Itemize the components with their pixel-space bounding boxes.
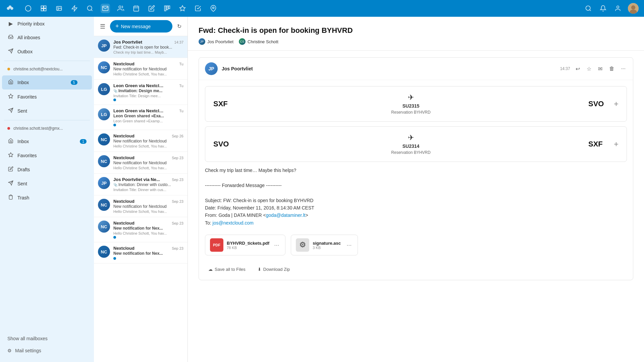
reply-button[interactable]: ↩ — [574, 64, 581, 73]
nav-photos-icon[interactable] — [54, 4, 64, 13]
email-avatar: LG — [98, 108, 110, 120]
flight1-add-button[interactable]: + — [614, 99, 619, 109]
nav-notes-icon[interactable] — [147, 4, 156, 13]
svg-point-10 — [88, 6, 92, 10]
sidebar-item-all-inboxes[interactable]: All inboxes — [2, 31, 92, 44]
refresh-button[interactable]: ↻ — [175, 21, 183, 32]
sidebar-account2-favorites[interactable]: Favorites — [2, 149, 92, 162]
email-indicators — [113, 99, 183, 101]
email-list-item[interactable]: NC Nextcloud Sep 23 New notification for… — [94, 195, 187, 217]
attachment-pdf-more-button[interactable]: ··· — [273, 240, 280, 250]
email-header-row: Jos Poortvliet 14:37 — [113, 40, 183, 45]
delete-message-button[interactable]: 🗑 — [608, 64, 616, 73]
email-list-item[interactable]: LG Leon Green via Nextcloud Tu 📎Invitati… — [94, 80, 187, 105]
email-list-item[interactable]: JP Jos Poortvliet via Ne... Sep 23 📎Invi… — [94, 174, 187, 195]
main-content: ▶ Priority inbox All inboxes Outbox chri… — [0, 17, 644, 362]
sidebar-item-sent[interactable]: Sent — [2, 104, 92, 118]
sidebar-favorites-label: Favorites — [17, 94, 87, 100]
save-all-label: Save all to Files — [215, 267, 246, 272]
nav-mail-icon[interactable] — [101, 4, 110, 13]
email-time: 14:37 — [174, 40, 183, 44]
email-indicators — [113, 257, 183, 260]
flight2-add-button[interactable]: + — [614, 139, 619, 149]
mail-settings-button[interactable]: ⚙ Mail settings — [2, 345, 92, 357]
email-time: Tu — [179, 109, 183, 113]
svg-marker-28 — [8, 94, 13, 98]
email-content: Leon Green via Nextcloud Tu 📎Invitation:… — [113, 83, 183, 101]
flight1-middle: ✈ SU2315 Reservation BYHVRD — [233, 93, 588, 115]
to-email-link[interactable]: jos@nextcloud.com — [213, 220, 254, 226]
nav-maps-icon[interactable] — [209, 4, 218, 13]
sidebar-item-favorites[interactable]: Favorites — [2, 90, 92, 104]
star-button[interactable]: ☆ — [585, 64, 593, 73]
email-subject: New notification for Nextcloud — [113, 139, 183, 143]
save-all-to-files-button[interactable]: ☁ Save all to Files — [205, 265, 249, 274]
email-sender: Nextcloud — [113, 221, 135, 226]
email-header-row: Jos Poortvliet via Ne... Sep 23 — [113, 177, 183, 182]
sidebar-account2-drafts[interactable]: Drafts — [2, 163, 92, 176]
sidebar-item-inbox[interactable]: Inbox 5 ··· — [2, 75, 92, 89]
attachment-pdf-name: BYHVRD_tickets.pdf — [227, 241, 269, 246]
trash-icon — [7, 194, 14, 201]
message-actions: 14:37 ↩ ☆ ✉ 🗑 ··· — [560, 64, 627, 73]
email-time: Sep 23 — [172, 199, 183, 203]
svg-point-9 — [58, 8, 59, 9]
email-list-item[interactable]: NC Nextcloud Sep 23 New notification for… — [94, 242, 187, 263]
email-subject: New notification for Nextcloud — [113, 204, 183, 209]
nav-contacts-icon[interactable] — [116, 4, 125, 13]
email-list-item[interactable]: NC Nextcloud Sep 23 New notification for… — [94, 152, 187, 174]
svg-marker-19 — [180, 6, 185, 11]
nav-global-search-icon[interactable] — [584, 4, 593, 13]
sidebar-account2[interactable]: christine.schott.test@gmx... — [2, 123, 92, 134]
nav-files-icon[interactable] — [39, 4, 48, 13]
nav-search-icon[interactable] — [85, 4, 95, 13]
email-header-row: Nextcloud Sep 26 — [113, 133, 183, 138]
menu-button[interactable]: ☰ — [98, 21, 107, 32]
mark-read-button[interactable]: ✉ — [597, 64, 604, 73]
nav-home-icon[interactable] — [23, 4, 33, 13]
download-zip-button[interactable]: ⬇ Download Zip — [254, 265, 293, 274]
nav-notifications-icon[interactable] — [598, 4, 608, 13]
sidebar-account2-trash[interactable]: Trash — [2, 191, 92, 204]
attachment-asc-more-button[interactable]: ··· — [345, 240, 353, 250]
flight2-reservation: Reservation BYHVRD — [391, 150, 430, 155]
sidebar-account1[interactable]: christine.schott@nextclou... — [2, 63, 92, 75]
nav-activity-icon[interactable] — [70, 4, 79, 13]
email-subject: New notification for Nextcloud — [113, 161, 183, 165]
more-actions-button[interactable]: ··· — [620, 64, 627, 73]
sidebar-item-outbox[interactable]: Outbox — [2, 45, 92, 58]
email-avatar: NC — [98, 221, 110, 233]
email-list: JP Jos Poortvliet 14:37 Fwd: Check-in is… — [94, 36, 187, 362]
nav-starred-icon[interactable] — [178, 4, 187, 13]
unread-indicator — [113, 257, 116, 260]
nav-tasks-icon[interactable] — [193, 4, 203, 13]
sidebar-account2-inbox[interactable]: Inbox 1 — [2, 135, 92, 148]
email-sender: Jos Poortvliet — [113, 40, 142, 45]
app-logo[interactable] — [5, 4, 15, 13]
sidebar-item-priority-inbox[interactable]: ▶ Priority inbox — [2, 17, 92, 30]
pdf-icon: PDF — [210, 238, 223, 252]
email-preview: Hello Christine Schott, You hav... — [113, 166, 183, 170]
email-list-item[interactable]: NC Nextcloud Sep 23 New notification for… — [94, 217, 187, 242]
flight-card-2: SVO ✈ SU2314 Reservation BYHVRD SXF + — [205, 126, 627, 162]
email-list-item[interactable]: NC Nextcloud Sep 26 New notification for… — [94, 130, 187, 152]
email-preview: Leon Green shared »Examp... — [113, 119, 183, 123]
new-message-button[interactable]: + New message — [110, 20, 172, 33]
user-avatar[interactable] — [628, 3, 639, 14]
sidebar-account2-sent[interactable]: Sent — [2, 177, 92, 190]
message-time: 14:37 — [560, 66, 570, 71]
email-list-item[interactable]: NC Nextcloud Tu New notification for Nex… — [94, 58, 187, 80]
show-all-mailboxes-button[interactable]: Show all mailboxes — [2, 333, 92, 345]
email-avatar: NC — [98, 199, 110, 211]
nav-deck-icon[interactable] — [162, 4, 172, 13]
message-sender-name: Jos Poortvliet — [222, 66, 253, 71]
nav-user-icon[interactable] — [613, 4, 623, 13]
forwarded-to: To: jos@nextcloud.com — [205, 219, 627, 227]
email-list-item[interactable]: LG Leon Green via Nextcloud Tu Leon Gree… — [94, 105, 187, 130]
email-header-row: Nextcloud Tu — [113, 61, 183, 66]
from-email-link[interactable]: goda@dataminer.lt — [266, 213, 306, 218]
svg-point-24 — [631, 5, 635, 9]
nav-calendar-icon[interactable] — [131, 4, 141, 13]
email-list-item[interactable]: JP Jos Poortvliet 14:37 Fwd: Check-in is… — [94, 36, 187, 58]
account2-email: christine.schott.test@gmx... — [13, 126, 87, 131]
